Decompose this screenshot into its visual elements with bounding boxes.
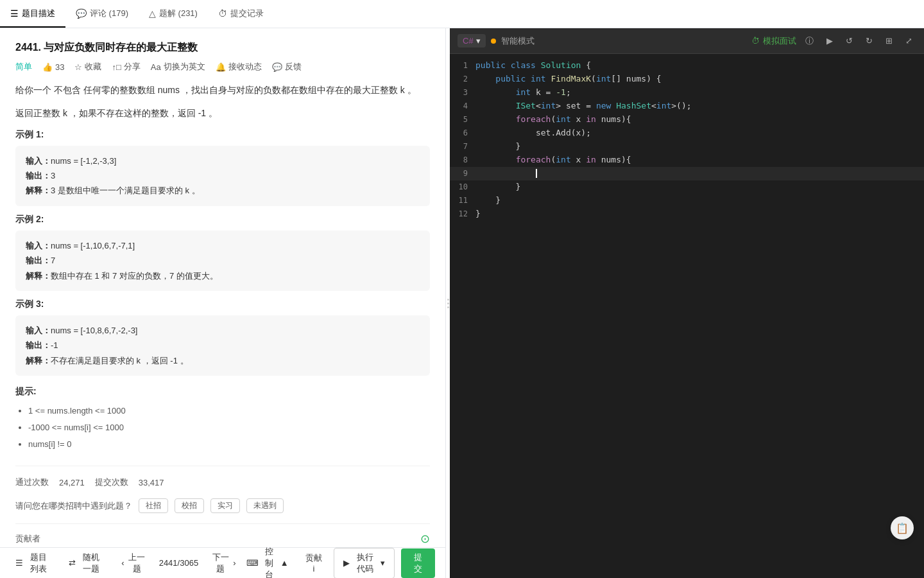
stats-row: 通过次数 24,271 提交次数 33,417 (15, 466, 430, 488)
prev-button[interactable]: ‹ 上一题 (116, 549, 151, 577)
bottom-bar: ☰ 题目列表 ⇄ 随机一题 ‹ 上一题 2441/3065 下一题 › (0, 547, 445, 578)
example-3-output: 输出：-1 (26, 338, 420, 353)
smart-mode-label: 智能模式 (501, 35, 535, 47)
list-icon: ☰ (15, 558, 23, 568)
feedback-button[interactable]: 💬 反馈 (272, 61, 302, 73)
next-button[interactable]: 下一题 › (206, 549, 241, 577)
notification-button[interactable]: 🔔 接收动态 (216, 61, 262, 73)
tab-description[interactable]: ☰ 题目描述 (0, 0, 65, 28)
console-chevron-icon: ▲ (280, 558, 289, 568)
problem-list-button[interactable]: ☰ 题目列表 (10, 549, 56, 577)
job-tag-campus[interactable]: 校招 (175, 498, 204, 513)
play-toolbar-button[interactable]: ▶ (823, 34, 837, 48)
pass-label: 通过次数 (15, 477, 49, 488)
hints-list: 1 <= nums.length <= 1000 -1000 <= nums[i… (15, 403, 430, 453)
share-icon: ↑□ (112, 62, 121, 72)
example-3-input: 输入：nums = [-10,8,6,7,-2,-3] (26, 323, 420, 338)
share-button[interactable]: ↑□ 分享 (112, 61, 140, 73)
code-line-8: 8 foreach(int x in nums){ (450, 153, 924, 167)
feedback-float-icon: 📋 (896, 522, 909, 534)
fullscreen-button[interactable]: ⤢ (902, 34, 916, 48)
text-cursor (536, 169, 537, 178)
submit-button[interactable]: 提交 (401, 548, 435, 578)
resize-dots (447, 299, 449, 308)
lang-dropdown-icon: ▾ (476, 36, 481, 46)
run-button[interactable]: ▶ 执行代码 ▾ (334, 548, 395, 579)
problem-meta: 简单 👍 33 ☆ 收藏 ↑□ 分享 Aa 切换为英文 (15, 61, 430, 73)
tab-comments[interactable]: 💬 评论 (179) (65, 0, 139, 28)
code-line-4: 4 ISet<int> set = new HashSet<int>(); (450, 100, 924, 113)
code-line-10: 10 } (450, 180, 924, 194)
code-line-5: 5 foreach(int x in nums){ (450, 113, 924, 127)
code-line-6: 6 set.Add(x); (450, 127, 924, 140)
job-section: 请问您在哪类招聘中遇到此题？ 社招 校招 实习 未遇到 (15, 498, 430, 513)
tab-description-label: 题目描述 (22, 8, 55, 19)
job-tag-none[interactable]: 未遇到 (246, 498, 284, 513)
mock-interview-button[interactable]: ⏱ 模拟面试 (751, 35, 796, 47)
job-question: 请问您在哪类招聘中遇到此题？ (15, 500, 132, 512)
console-button[interactable]: ⌨ 控制台 ▲ (241, 543, 294, 579)
bottom-nav-left: ☰ 题目列表 ⇄ 随机一题 ‹ 上一题 2441/3065 下一题 › (10, 549, 241, 577)
hint-2: -1000 <= nums[i] <= 1000 (28, 419, 430, 436)
settings-button[interactable]: ⊞ (882, 34, 896, 48)
hint-3: nums[i] != 0 (28, 436, 430, 453)
job-tag-intern[interactable]: 实习 (210, 498, 240, 513)
hints-title: 提示: (15, 386, 430, 398)
example-2-explanation: 解释：数组中存在 1 和 7 对应的负数，7 的值更大。 (26, 268, 420, 283)
code-line-9: 9 (450, 167, 924, 180)
right-panel: C# ▾ 智能模式 ⏱ 模拟面试 ⓘ ▶ ↺ ↻ ⊞ ⤢ 1 public cl… (450, 28, 924, 578)
code-editor[interactable]: 1 public class Solution { 2 public int F… (450, 54, 924, 578)
example-1-block: 输入：nums = [-1,2,-3,3] 输出：3 解释：3 是数组中唯一一个… (15, 146, 430, 206)
job-tag-social[interactable]: 社招 (139, 498, 168, 513)
pass-count: 24,271 (59, 478, 85, 487)
page-info: 2441/3065 (159, 558, 198, 568)
tab-comments-label: 评论 (179) (90, 8, 128, 19)
submit-label: 提交次数 (95, 477, 128, 488)
example-1-title: 示例 1: (15, 129, 430, 141)
clock-icon: ⏱ (751, 36, 760, 46)
chevron-right-icon: › (233, 558, 235, 568)
example-3-block: 输入：nums = [-10,8,6,7,-2,-3] 输出：-1 解释：不存在… (15, 315, 430, 376)
example-2-output: 输出：7 (26, 253, 420, 268)
tab-solutions[interactable]: △ 题解 (231) (139, 0, 208, 28)
top-navigation: ☰ 题目描述 💬 评论 (179) △ 题解 (231) ⏱ 提交记录 (0, 0, 924, 28)
code-line-12: 12 } (450, 207, 924, 221)
info-button[interactable]: ⓘ (801, 33, 817, 49)
random-button[interactable]: ⇄ 随机一题 (64, 549, 108, 577)
notification-label: 接收动态 (228, 61, 262, 73)
problem-description-line1: 给你一个 不包含 任何零的整数数组 nums ，找出自身与对应的负数都在数组中存… (15, 83, 430, 98)
unsaved-dot (491, 39, 496, 44)
like-button[interactable]: 👍 33 (42, 62, 64, 72)
example-3-explanation: 解释：不存在满足题目要求的 k ，返回 -1 。 (26, 353, 420, 368)
csharp-icon: C# (463, 36, 474, 46)
language-selector[interactable]: C# ▾ (458, 34, 486, 48)
problem-title: 2441. 与对应负数同时存在的最大正整数 (15, 41, 430, 55)
problem-description-line2: 返回正整数 k ，如果不存在这样的整数，返回 -1 。 (15, 106, 430, 121)
random-icon: ⇄ (69, 558, 76, 568)
undo-button[interactable]: ↺ (842, 34, 857, 48)
example-1-output: 输出：3 (26, 168, 420, 183)
redo-button[interactable]: ↻ (862, 34, 877, 48)
star-icon: ☆ (74, 62, 82, 72)
code-line-2: 2 public int FindMaxK(int[] nums) { (450, 73, 924, 86)
translate-icon: Aa (151, 62, 161, 72)
floating-feedback-button[interactable]: 📋 (891, 516, 914, 539)
tab-solutions-label: 题解 (231) (159, 8, 198, 19)
submit-count: 33,417 (139, 478, 164, 487)
collect-button[interactable]: ☆ 收藏 (74, 61, 101, 73)
console-icon: ⌨ (246, 558, 259, 568)
history-icon: ⏱ (218, 8, 227, 19)
collect-label: 收藏 (85, 61, 101, 73)
contribute-button[interactable]: 贡献 i (300, 550, 328, 576)
main-layout: 2441. 与对应负数同时存在的最大正整数 简单 👍 33 ☆ 收藏 ↑□ 分享… (0, 28, 924, 578)
translate-button[interactable]: Aa 切换为英文 (151, 61, 205, 73)
chat-icon: 💬 (272, 62, 282, 72)
difficulty-badge: 简单 (15, 61, 32, 73)
feedback-label: 反馈 (285, 61, 302, 73)
example-3-title: 示例 3: (15, 299, 430, 310)
tab-history[interactable]: ⏱ 提交记录 (208, 0, 274, 28)
code-line-3: 3 int k = -1; (450, 86, 924, 100)
example-1-input: 输入：nums = [-1,2,-3,3] (26, 153, 420, 168)
solutions-icon: △ (149, 8, 156, 19)
play-icon: ▶ (343, 558, 350, 568)
